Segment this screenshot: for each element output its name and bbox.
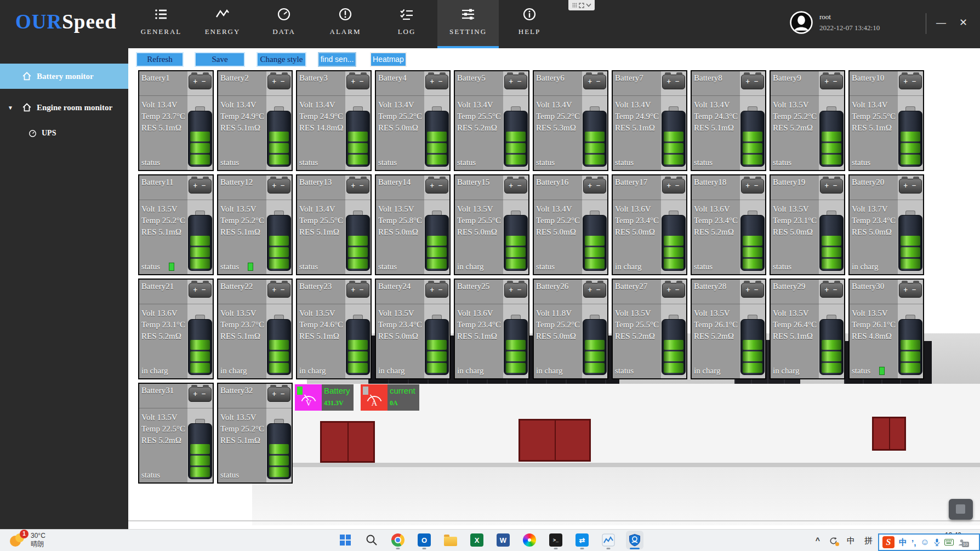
taskbar-icon-task-manager[interactable] (600, 531, 617, 549)
tray-expand-icon[interactable]: ^ (816, 536, 820, 545)
user-box[interactable]: root 2022-12-07 13:42:10 (790, 11, 880, 34)
change-style-button[interactable]: Change style (257, 52, 306, 67)
taskbar-icon-chrome[interactable] (389, 531, 407, 549)
title-bar: OURSpeed GENERALENERGYDATAALARMLOGSETTIN… (0, 0, 980, 48)
sogou-ime-toolbar[interactable]: S 中 ’, ☺ 10 (878, 533, 980, 551)
battery-card[interactable]: + −Battery23Volt 13.5VTemp 24.6°CRES 5.1… (296, 279, 372, 379)
battery-card[interactable]: + −Battery27Volt 13.5VTemp 25.5°CRES 5.2… (612, 279, 687, 379)
sidebar-item-engine-room-monitor[interactable]: ▼ Engine room monitor (0, 96, 128, 118)
battery-level-icon (346, 106, 370, 167)
keyboard-icon[interactable] (944, 539, 954, 546)
account-icon[interactable]: 10 (958, 539, 965, 546)
tab-alarm[interactable]: ALARM (315, 0, 376, 48)
window-mini-toolbar[interactable] (568, 0, 595, 10)
temp-value: 23.4°C (715, 216, 738, 225)
battery-card[interactable]: + −Battery18Volt 13.6VTemp 23.4°CRES 5.2… (691, 174, 766, 275)
find-sensor-dropdown[interactable]: find sen... (318, 52, 356, 67)
battery-card[interactable]: + −Battery21Volt 13.6VTemp 23.1°CRES 5.2… (138, 279, 214, 379)
sync-icon[interactable] (829, 537, 837, 545)
battery-status: status (378, 262, 425, 271)
battery-card[interactable]: + −Battery26Volt 11.8VTemp 25.2°CRES 5.0… (533, 279, 608, 379)
taskbar-icon-excel[interactable]: X (468, 531, 486, 549)
ime-pinyin-indicator[interactable]: 拼 (864, 536, 873, 546)
battery-card[interactable]: + −Battery16Volt 13.4VTemp 25.2°CRES 5.0… (533, 174, 608, 275)
save-button[interactable]: Save (195, 52, 245, 67)
battery-values: Volt 13.5VTemp 25.8°CRES 5.0mΩ (378, 203, 422, 238)
taskbar-icon-word[interactable]: W (494, 531, 512, 549)
res-value: 5.1mΩ (316, 332, 339, 340)
battery-card[interactable]: + −Battery3Volt 13.4VTemp 24.9°CRES 14.8… (296, 70, 372, 171)
battery-name: Battery32 (220, 386, 253, 395)
battery-card[interactable]: + −Battery5Volt 13.4VTemp 25.5°CRES 5.2m… (454, 70, 529, 171)
system-tray: ^ 中 拼 (816, 530, 873, 551)
battery-card[interactable]: + −Battery32Volt 13.5VTemp 25.2°CRES 5.1… (217, 383, 293, 484)
battery-card[interactable]: + −Battery11Volt 13.5VTemp 25.2°CRES 5.1… (138, 174, 214, 275)
battery-card[interactable]: + −Battery1Volt 13.4VTemp 23.7°CRES 5.1m… (138, 70, 214, 171)
battery-card[interactable]: + −Battery24Volt 13.5VTemp 23.4°CRES 5.0… (375, 279, 451, 379)
battery-card[interactable]: + −Battery29Volt 13.5VTemp 26.4°CRES 5.1… (770, 279, 845, 379)
chevron-down-icon[interactable] (586, 3, 591, 7)
weather-widget[interactable]: 1 30°C 晴朗 (9, 531, 45, 549)
tab-help[interactable]: HELP (499, 0, 560, 48)
tab-data[interactable]: DATA (253, 0, 315, 48)
battery-card[interactable]: + −Battery8Volt 13.4VTemp 24.3°CRES 5.1m… (691, 70, 766, 171)
battery-card[interactable]: + −Battery22Volt 13.5VTemp 23.7°CRES 5.1… (217, 279, 293, 379)
taskbar-icon-ourspeed[interactable] (626, 531, 643, 549)
voltage-meter-tile[interactable]: V Battery 431.3V (295, 384, 354, 411)
battery-level-icon (425, 315, 449, 375)
refresh-button[interactable]: Refresh (136, 52, 184, 67)
temp-value: 23.4°C (399, 320, 422, 329)
grid-dots-icon[interactable] (572, 3, 577, 8)
current-meter-tile[interactable]: A current 0A (361, 384, 419, 411)
battery-card[interactable]: + −Battery14Volt 13.5VTemp 25.8°CRES 5.0… (375, 174, 451, 275)
battery-card[interactable]: + −Battery30Volt 13.5VTemp 26.1°CRES 4.8… (848, 279, 924, 379)
scroll-corner-button[interactable] (949, 499, 973, 520)
res-value: 5.1mΩ (158, 123, 181, 132)
battery-card[interactable]: + −Battery9Volt 13.5VTemp 25.2°CRES 5.2m… (770, 70, 845, 171)
taskbar-icon-search[interactable] (363, 531, 380, 549)
battery-values: Volt 13.5VTemp 25.5°CRES 5.0mΩ (457, 203, 501, 238)
ime-language-indicator[interactable]: 中 (847, 536, 855, 546)
taskbar-icon-start[interactable] (337, 531, 354, 549)
sidebar-item-battery-monitor[interactable]: Battery monitor (0, 64, 128, 89)
tab-energy[interactable]: ENERGY (192, 0, 253, 48)
battery-level-icon (898, 106, 922, 167)
battery-card[interactable]: + −Battery10Volt 13.4VTemp 25.5°CRES 5.1… (848, 70, 924, 171)
taskbar-icon-terminal[interactable]: >_ (547, 531, 565, 549)
battery-card[interactable]: + −Battery12Volt 13.5VTemp 25.2°CRES 5.1… (217, 174, 293, 275)
res-value: 5.0mΩ (395, 332, 418, 340)
caret-down-icon[interactable]: ▼ (8, 105, 13, 111)
minimize-button[interactable]: — (936, 15, 946, 30)
battery-name: Battery8 (694, 73, 722, 83)
taskbar-icon-outlook[interactable]: O (415, 531, 433, 549)
taskbar-icon-file-explorer[interactable] (442, 531, 459, 549)
expand-icon[interactable] (579, 3, 584, 8)
battery-card[interactable]: + −Battery15Volt 13.5VTemp 25.5°CRES 5.0… (454, 174, 529, 275)
battery-card[interactable]: + −Battery31Volt 13.5VTemp 22.5°CRES 5.2… (138, 383, 214, 484)
ime-punct-icon[interactable]: ’, (911, 538, 916, 547)
taskbar-icon-photos[interactable] (521, 531, 538, 549)
tab-setting[interactable]: SETTING (437, 0, 499, 48)
tab-log[interactable]: LOG (376, 0, 437, 48)
close-button[interactable]: ✕ (959, 15, 967, 30)
sidebar-item-ups[interactable]: UPS (0, 124, 128, 143)
taskbar-icon-teamviewer[interactable]: ⇄ (573, 531, 591, 549)
battery-card[interactable]: + −Battery20Volt 13.7VTemp 23.4°CRES 5.0… (848, 174, 924, 275)
sogou-logo-icon[interactable]: S (882, 536, 894, 548)
battery-card[interactable]: + −Battery28Volt 13.5VTemp 26.1°CRES 5.2… (691, 279, 766, 379)
ime-han-icon[interactable]: 中 (899, 537, 907, 548)
battery-card[interactable]: + −Battery7Volt 13.4VTemp 24.9°CRES 5.1m… (612, 70, 687, 171)
res-value: 5.1mΩ (237, 332, 260, 340)
battery-card[interactable]: + −Battery2Volt 13.4VTemp 24.9°CRES 5.1m… (217, 70, 293, 171)
battery-card[interactable]: + −Battery19Volt 13.5VTemp 23.1°CRES 5.0… (770, 174, 845, 275)
battery-card[interactable]: + −Battery6Volt 13.4VTemp 25.2°CRES 5.3m… (533, 70, 608, 171)
battery-card[interactable]: + −Battery17Volt 13.6VTemp 23.4°CRES 5.0… (612, 174, 687, 275)
battery-card[interactable]: + −Battery13Volt 13.4VTemp 25.5°CRES 5.1… (296, 174, 372, 275)
tab-general[interactable]: GENERAL (130, 0, 192, 48)
battery-card[interactable]: + −Battery4Volt 13.4VTemp 25.2°CRES 5.0m… (375, 70, 451, 171)
temp-value: 24.9°C (636, 112, 659, 121)
battery-card[interactable]: + −Battery25Volt 13.6VTemp 23.4°CRES 5.1… (454, 279, 529, 379)
emoji-icon[interactable]: ☺ (920, 537, 929, 547)
microphone-icon[interactable] (934, 538, 940, 547)
heatmap-button[interactable]: Heatmap (370, 52, 407, 67)
